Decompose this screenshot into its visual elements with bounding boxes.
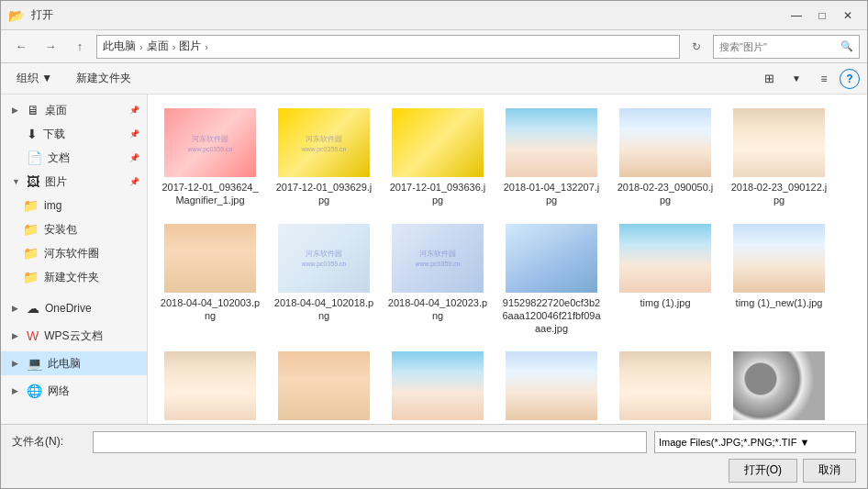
search-input[interactable]	[719, 41, 837, 52]
file-thumbnail	[619, 108, 711, 177]
new-folder-button[interactable]: 新建文件夹	[68, 67, 139, 91]
title-bar-controls: — □ ✕	[785, 6, 860, 26]
file-grid: 河东软件园www.pc0359.cn2017-12-01_093624_Magn…	[155, 102, 860, 424]
pictures-icon: 🖼	[27, 174, 39, 189]
folder-icon: 📁	[23, 222, 39, 237]
file-thumbnail	[506, 108, 597, 177]
expand-arrow: ▶	[12, 106, 21, 115]
file-name: 2018-02-23_090050.jpg	[615, 181, 716, 207]
file-name: timg (1).jpg	[640, 296, 690, 309]
file-thumbnail	[506, 224, 597, 293]
sidebar-label-desktop: 桌面	[45, 103, 124, 118]
network-icon: 🌐	[27, 383, 42, 398]
file-item[interactable]: timg (1)_new(1).jpg	[724, 217, 834, 342]
refresh-button[interactable]: ↻	[684, 35, 709, 59]
forward-button[interactable]: →	[38, 35, 63, 59]
file-thumbnail: 河东软件园www.pc0359.cn	[392, 224, 484, 293]
file-item[interactable]: 河东软件园www.pc0359.cn2018-04-04_102018.png	[269, 217, 379, 342]
file-thumbnail: 河东软件园www.pc0359.cn	[164, 108, 256, 177]
filetype-dropdown[interactable]: Image Files(*.JPG;*.PNG;*.TIF ▼	[654, 431, 856, 453]
filetype-label: Image Files(*.JPG;*.PNG;*.TIF ▼	[659, 437, 809, 448]
bottom-bar: 文件名(N): Image Files(*.JPG;*.PNG;*.TIF ▼ …	[1, 424, 867, 488]
file-item[interactable]: 2018-01-04_132207.jpg	[496, 102, 606, 214]
file-item[interactable]: 2018-02-23_090122.jpg	[724, 102, 834, 214]
help-button[interactable]: ?	[840, 69, 860, 89]
sidebar-item-network[interactable]: ▶ 🌐 网络	[1, 379, 147, 403]
expand-arrow: ▶	[12, 304, 21, 313]
main-content: ▶ 🖥 桌面 📌 ⬇ 下载 📌 📄 文档 📌 ▼ 🖼 图片	[1, 94, 867, 424]
sidebar-item-pc[interactable]: ▶ 💻 此电脑	[1, 351, 147, 375]
file-item[interactable]: 河东软件园www.pc0359.cn2017-12-01_093629.jpg	[269, 102, 379, 214]
file-name: 91529822720e0cf3b26aaa120046f21fbf09aaae…	[501, 296, 602, 336]
sidebar-item-img[interactable]: 📁 img	[1, 194, 147, 217]
file-item[interactable]: timg 123.jpg	[724, 345, 834, 424]
file-thumbnail	[392, 351, 484, 420]
expand-arrow: ▼	[12, 177, 21, 186]
organize-button[interactable]: 组织 ▼	[8, 67, 61, 91]
file-name: 2018-04-04_102018.png	[273, 296, 374, 323]
file-item[interactable]: timg (5).jpg	[496, 345, 606, 424]
view-large-icon-button[interactable]: ⊞	[757, 67, 781, 91]
pin-icon: 📌	[129, 153, 139, 162]
sidebar-item-newfolder[interactable]: 📁 新建文件夹	[1, 265, 147, 289]
file-item[interactable]: timg (5).png	[610, 345, 720, 424]
file-item[interactable]: timg (1).jpg	[610, 217, 720, 342]
sidebar-item-wps[interactable]: ▶ W WPS云文档	[1, 324, 147, 348]
sidebar-item-documents[interactable]: 📄 文档 📌	[1, 146, 147, 170]
folder-icon: 📁	[23, 270, 39, 284]
sidebar-item-downloads[interactable]: ⬇ 下载 📌	[1, 122, 147, 146]
view-dropdown-button[interactable]: ▼	[785, 67, 808, 91]
file-name: 2017-12-01_093636.jpg	[387, 181, 488, 207]
file-name: 2017-12-01_093624_Magnifier_1.jpg	[160, 181, 261, 207]
file-area[interactable]: 河东软件园www.pc0359.cn2017-12-01_093624_Magn…	[148, 94, 867, 424]
breadcrumb-pc[interactable]: 此电脑	[103, 39, 136, 54]
file-name: 2018-04-04_102023.png	[387, 296, 488, 323]
cancel-button[interactable]: 取消	[803, 459, 856, 483]
file-item[interactable]: timg (2).jpg	[155, 345, 265, 424]
search-icon: 🔍	[840, 40, 853, 52]
file-item[interactable]: 2018-04-04_102003.png	[155, 217, 265, 342]
maximize-button[interactable]: □	[810, 6, 834, 26]
file-item[interactable]: 河东软件园www.pc0359.cn2017-12-01_093624_Magn…	[155, 102, 265, 214]
file-thumbnail	[619, 351, 711, 420]
sidebar-item-install[interactable]: 📁 安装包	[1, 217, 147, 241]
file-item[interactable]: 91529822720e0cf3b26aaa120046f21fbf09aaae…	[496, 217, 606, 342]
breadcrumb-desktop[interactable]: 桌面	[147, 39, 169, 54]
onedrive-icon: ☁	[27, 301, 39, 316]
back-button[interactable]: ←	[8, 35, 34, 59]
window-icon: 📂	[8, 8, 24, 23]
filename-input[interactable]	[93, 431, 647, 453]
file-open-dialog: 📂 打开 — □ ✕ ← → ↑ 此电脑 › 桌面 › 图片 › ↻ 🔍 组织 …	[0, 0, 868, 489]
sidebar-label-wps: WPS云文档	[44, 328, 139, 344]
desktop-icon: 🖥	[27, 103, 39, 117]
file-item[interactable]: timg (4).jpg	[383, 345, 493, 424]
sidebar-label-onedrive: OneDrive	[45, 302, 139, 315]
file-item[interactable]: 2017-12-01_093636.jpg	[383, 102, 493, 214]
window-title: 打开	[31, 7, 53, 23]
sidebar-item-pictures[interactable]: ▼ 🖼 图片 📌	[1, 170, 147, 194]
pin-icon: 📌	[129, 106, 139, 115]
sidebar-label-pictures: 图片	[45, 174, 124, 190]
address-path[interactable]: 此电脑 › 桌面 › 图片 ›	[96, 35, 680, 59]
filename-row: 文件名(N): Image Files(*.JPG;*.PNG;*.TIF ▼	[12, 431, 856, 453]
close-button[interactable]: ✕	[836, 6, 860, 26]
up-button[interactable]: ↑	[67, 35, 93, 59]
file-thumbnail	[164, 351, 256, 420]
open-button[interactable]: 打开(O)	[729, 459, 797, 483]
minimize-button[interactable]: —	[785, 6, 808, 26]
sidebar-item-hedong[interactable]: 📁 河东软件圈	[1, 241, 147, 265]
wps-icon: W	[27, 328, 39, 343]
view-details-button[interactable]: ≡	[812, 67, 836, 91]
file-item[interactable]: timg (3).jpg	[269, 345, 379, 424]
sidebar-item-desktop[interactable]: ▶ 🖥 桌面 📌	[1, 98, 147, 122]
sidebar-label-install: 安装包	[44, 222, 139, 238]
file-thumbnail: 河东软件园www.pc0359.cn	[278, 224, 370, 293]
downloads-icon: ⬇	[27, 127, 38, 141]
breadcrumb-pictures[interactable]: 图片	[179, 39, 201, 54]
file-item[interactable]: 2018-02-23_090050.jpg	[610, 102, 720, 214]
file-thumbnail: 河东软件园www.pc0359.cn	[278, 108, 370, 177]
file-item[interactable]: 河东软件园www.pc0359.cn2018-04-04_102023.png	[383, 217, 493, 342]
filename-label: 文件名(N):	[12, 434, 85, 450]
title-bar-left: 📂 打开	[8, 7, 53, 23]
sidebar-item-onedrive[interactable]: ▶ ☁ OneDrive	[1, 296, 147, 320]
